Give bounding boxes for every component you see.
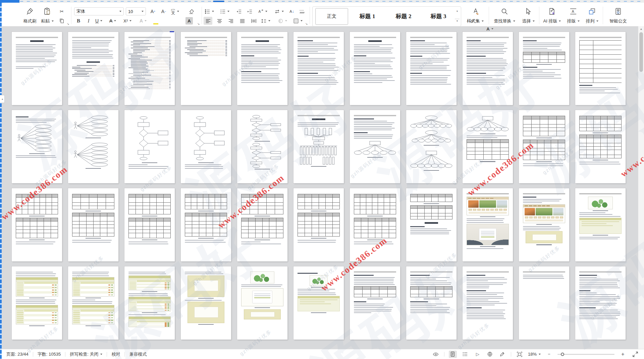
page-thumbnail-11[interactable]: [575, 32, 626, 105]
page-thumbnail-6[interactable]: [293, 32, 344, 105]
gallery-scroll-down[interactable]: ▾: [455, 10, 460, 13]
paragraph-dialog-launcher[interactable]: ↘: [305, 22, 308, 25]
page-thumbnail-32[interactable]: [519, 188, 569, 261]
page-thumbnail-13[interactable]: [68, 110, 118, 183]
page-thumbnail-7[interactable]: [350, 32, 400, 105]
page-thumbnail-31[interactable]: [463, 188, 513, 261]
clipboard-dialog-launcher[interactable]: ↘: [67, 22, 69, 25]
page-thumbnail-15[interactable]: [181, 110, 231, 183]
borders-button[interactable]: [292, 17, 304, 25]
page-thumbnail-22[interactable]: [575, 110, 626, 183]
arrange-button[interactable]: 排列: [583, 7, 601, 25]
find-replace-button[interactable]: 查找替换: [491, 7, 518, 25]
copy-button[interactable]: [57, 17, 66, 25]
page-indicator[interactable]: 页面: 23/44: [6, 351, 29, 357]
page-thumbnail-42[interactable]: [463, 266, 513, 340]
outline-view-icon[interactable]: [461, 351, 469, 358]
decrease-font-button[interactable]: A−: [159, 7, 168, 15]
increase-font-button[interactable]: A+: [149, 7, 157, 15]
page-thumbnail-26[interactable]: [181, 188, 231, 261]
document-canvas[interactable]: ▲: [2, 26, 644, 349]
justify-button[interactable]: [238, 17, 247, 25]
page-thumbnail-9[interactable]: [463, 32, 513, 105]
increase-indent-button[interactable]: [245, 7, 254, 15]
font-dialog-launcher[interactable]: ↘: [197, 22, 200, 25]
format-painter-button[interactable]: 格式刷: [22, 7, 38, 25]
page-thumbnail-3[interactable]: [124, 32, 175, 105]
zoom-slider[interactable]: [557, 354, 614, 355]
decrease-indent-button[interactable]: [234, 7, 243, 15]
gallery-open-button[interactable]: ▾: [455, 19, 460, 22]
scrollbar-thumb[interactable]: [639, 32, 643, 72]
page-view-icon[interactable]: [449, 351, 457, 358]
zoom-in-button[interactable]: +: [619, 351, 627, 358]
align-right-button[interactable]: [226, 17, 235, 25]
sort-button[interactable]: A ↓: [287, 7, 296, 15]
read-mode-icon[interactable]: ▷: [474, 351, 482, 358]
reading-preview-icon[interactable]: [432, 351, 440, 358]
page-thumbnail-2[interactable]: [68, 32, 118, 105]
page-thumbnail-27[interactable]: [237, 188, 287, 261]
align-center-button[interactable]: [215, 17, 224, 25]
page-thumbnail-29[interactable]: [350, 188, 400, 261]
spellcheck-status[interactable]: 拼写检查: 关闭: [70, 351, 102, 357]
ai-layout-button[interactable]: AI 排版: [541, 7, 563, 25]
zoom-out-button[interactable]: −: [545, 351, 553, 358]
page-thumbnail-21[interactable]: [519, 110, 569, 183]
scrollbar-up-arrow[interactable]: ▲: [638, 28, 644, 31]
page-thumbnail-4[interactable]: [181, 32, 231, 105]
page-thumbnail-18[interactable]: [350, 110, 400, 183]
page-thumbnail-23[interactable]: [12, 188, 62, 261]
page-thumbnail-36[interactable]: [124, 266, 175, 340]
text-direction-button[interactable]: A: [257, 7, 268, 15]
select-button[interactable]: 选择: [520, 7, 537, 25]
page-thumbnail-14[interactable]: [124, 110, 175, 183]
line-spacing-button[interactable]: [260, 17, 271, 25]
page-thumbnail-35[interactable]: [68, 266, 118, 340]
ink-pen-icon[interactable]: [498, 351, 506, 358]
page-thumbnail-37[interactable]: [181, 266, 231, 340]
page-thumbnail-19[interactable]: [406, 110, 457, 183]
shading-button[interactable]: [277, 17, 288, 25]
character-shading-button[interactable]: A: [185, 17, 194, 25]
page-thumbnail-12[interactable]: [12, 110, 62, 183]
font-size-select[interactable]: 10: [126, 7, 146, 15]
clear-format-button[interactable]: [187, 7, 196, 15]
zoom-slider-knob[interactable]: [561, 353, 564, 356]
cut-button[interactable]: ✂: [57, 7, 66, 15]
page-thumbnail-1[interactable]: [12, 32, 62, 105]
vertical-scrollbar[interactable]: ▲: [638, 26, 644, 349]
page-thumbnail-5[interactable]: [237, 32, 287, 105]
page-thumbnail-41[interactable]: [406, 266, 457, 340]
page-thumbnail-33[interactable]: [575, 188, 626, 261]
smart-document-button[interactable]: 智能公文: [605, 7, 631, 25]
distribute-button[interactable]: [249, 17, 258, 25]
page-thumbnail-20[interactable]: [463, 110, 513, 183]
page-thumbnail-38[interactable]: [237, 266, 287, 340]
style-set-button[interactable]: 样式集: [465, 7, 485, 25]
style-normal[interactable]: 正文: [315, 8, 348, 25]
bold-button[interactable]: B: [74, 17, 83, 25]
navigation-pane-collapse-handle[interactable]: ◂: [0, 95, 5, 103]
italic-button[interactable]: I: [84, 17, 93, 25]
fullscreen-icon[interactable]: [631, 351, 639, 358]
fit-page-icon[interactable]: [516, 351, 524, 358]
phonetic-guide-button[interactable]: pīn文: [170, 7, 180, 15]
page-thumbnail-43[interactable]: [519, 266, 569, 340]
page-thumbnail-34[interactable]: [12, 266, 62, 340]
superscript-button[interactable]: X²: [122, 17, 132, 25]
bullets-button[interactable]: [204, 7, 215, 15]
page-thumbnail-16[interactable]: [237, 110, 287, 183]
page-thumbnail-40[interactable]: [350, 266, 400, 340]
numbering-button[interactable]: [219, 7, 230, 15]
page-thumbnail-24[interactable]: [68, 188, 118, 261]
web-layout-icon[interactable]: [486, 351, 494, 358]
page-thumbnail-30[interactable]: [406, 188, 457, 261]
strikethrough-button[interactable]: A: [108, 17, 117, 25]
word-count[interactable]: 字数: 10535: [38, 351, 61, 357]
tabs-ruler-button[interactable]: [298, 7, 306, 15]
page-thumbnail-8[interactable]: [406, 32, 457, 105]
underline-button[interactable]: U: [94, 17, 103, 25]
style-heading-1[interactable]: 标题 1: [351, 8, 384, 24]
proofread-button[interactable]: 校对: [111, 351, 120, 357]
